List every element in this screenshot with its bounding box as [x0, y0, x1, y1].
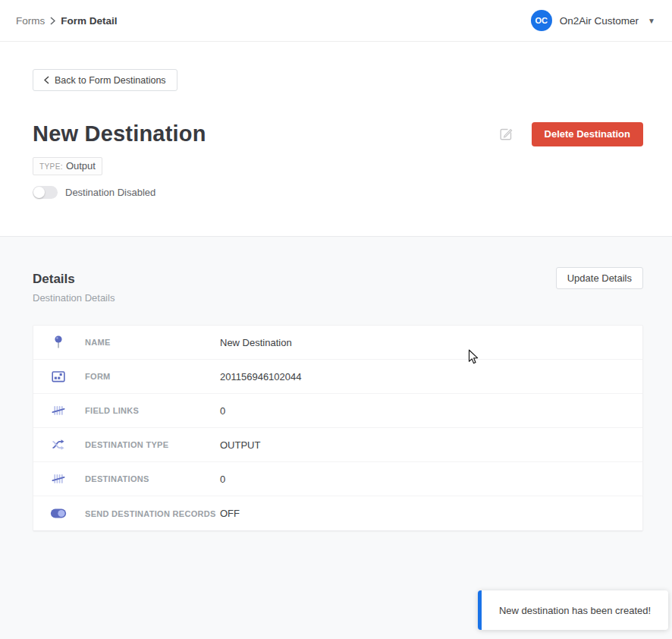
table-row: NAME New Destination [33, 326, 642, 360]
top-bar: Forms Form Detail OC On2Air Customer ▼ [0, 0, 672, 42]
details-title: Details [33, 272, 115, 287]
delete-destination-button[interactable]: Delete Destination [532, 122, 643, 146]
chevron-left-icon [44, 76, 49, 84]
breadcrumb: Forms Form Detail [16, 15, 118, 27]
row-value: OUTPUT [220, 439, 260, 451]
chevron-right-icon [50, 17, 55, 25]
row-label: DESTINATION TYPE [85, 440, 220, 449]
tally-icon [50, 403, 67, 418]
table-row: SEND DESTINATION RECORDS OFF [33, 496, 642, 530]
details-subtitle: Destination Details [33, 292, 115, 304]
table-row: DESTINATIONS 0 [33, 462, 642, 496]
avatar: OC [531, 10, 552, 31]
update-details-button[interactable]: Update Details [556, 267, 643, 289]
row-label: NAME [85, 338, 220, 347]
row-label: FIELD LINKS [85, 406, 220, 415]
details-table: NAME New Destination FORM 20115694610204… [33, 325, 643, 531]
toast-notification: New destination has been created! [478, 590, 668, 630]
form-icon [50, 369, 67, 384]
row-value: 201156946102044 [220, 371, 302, 382]
row-label: FORM [85, 372, 220, 381]
row-value: 0 [220, 474, 225, 485]
type-badge-label: TYPE: [39, 162, 63, 171]
row-label: DESTINATIONS [85, 474, 220, 483]
destination-disabled-toggle[interactable] [33, 186, 58, 199]
shuffle-icon [50, 437, 67, 452]
destination-hero-section: Back to Form Destinations New Destinatio… [0, 42, 672, 236]
breadcrumb-forms-link[interactable]: Forms [16, 15, 45, 27]
details-section: Details Destination Details Update Detai… [0, 236, 672, 639]
title-row: New Destination Delete Destination [33, 121, 643, 146]
table-row: DESTINATION TYPE OUTPUT [33, 428, 642, 462]
caret-down-icon: ▼ [648, 17, 655, 25]
destination-disabled-row: Destination Disabled [33, 186, 643, 199]
user-menu[interactable]: OC On2Air Customer ▼ [531, 10, 655, 31]
row-label: SEND DESTINATION RECORDS [85, 509, 220, 518]
tally-icon [50, 471, 67, 486]
table-row: FORM 201156946102044 [33, 360, 642, 394]
back-button-label: Back to Form Destinations [55, 75, 166, 86]
toast-message: New destination has been created! [499, 605, 651, 616]
toggle-on-icon [50, 508, 67, 519]
destination-disabled-label: Destination Disabled [65, 187, 155, 198]
edit-icon[interactable] [498, 126, 513, 142]
row-value: OFF [220, 508, 240, 519]
page-title: New Destination [33, 121, 206, 146]
user-name: On2Air Customer [560, 15, 639, 27]
breadcrumb-current-page: Form Detail [61, 15, 117, 27]
table-row: FIELD LINKS 0 [33, 394, 642, 428]
type-badge-value: Output [66, 160, 96, 172]
pin-icon [50, 335, 67, 350]
row-value: 0 [220, 405, 225, 417]
row-value: New Destination [220, 337, 292, 348]
type-badge: TYPE: Output [33, 157, 102, 175]
back-to-form-destinations-button[interactable]: Back to Form Destinations [33, 69, 177, 91]
details-header: Details Destination Details Update Detai… [33, 272, 643, 304]
